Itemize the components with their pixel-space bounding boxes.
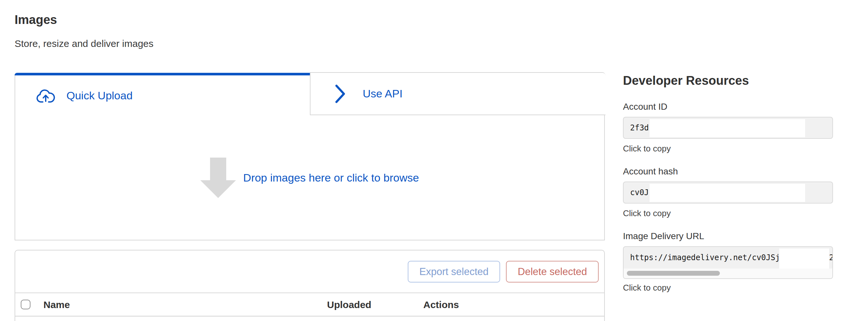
horizontal-scrollbar-thumb[interactable]	[627, 271, 720, 276]
select-all-checkbox[interactable]	[21, 300, 30, 309]
image-delivery-url-fragment: 2	[829, 247, 833, 269]
page-subtitle: Store, resize and deliver images	[14, 38, 154, 49]
account-hash-label: Account hash	[623, 166, 678, 177]
account-hash-field[interactable]: cv0J	[623, 182, 833, 204]
table-actions-row: Export selected Delete selected	[15, 250, 604, 293]
image-delivery-url-field[interactable]: https://imagedelivery.net/cv0JSj 2	[623, 246, 833, 279]
redaction-overlay	[650, 184, 805, 202]
image-delivery-url-value: https://imagedelivery.net/cv0JSj	[630, 247, 780, 269]
chevron-right-icon	[335, 84, 345, 103]
image-delivery-url-label: Image Delivery URL	[623, 231, 704, 241]
developer-resources-heading: Developer Resources	[623, 74, 749, 88]
dropzone-label: Drop images here or click to browse	[243, 172, 419, 184]
images-table-card: Export selected Delete selected Name Upl…	[14, 250, 605, 321]
tab-quick-upload[interactable]: Quick Upload	[14, 75, 310, 116]
developer-resources-panel: Developer Resources Account ID 2f3d Clic…	[623, 74, 833, 320]
image-delivery-url-row: https://imagedelivery.net/cv0JSj 2	[624, 247, 832, 269]
redaction-overlay	[779, 249, 829, 269]
horizontal-scrollbar-track	[624, 269, 832, 278]
redaction-overlay	[650, 119, 805, 137]
delete-selected-button[interactable]: Delete selected	[506, 261, 599, 283]
upload-card: Quick Upload Use API Drop images here or…	[14, 73, 605, 241]
tab-use-api-label: Use API	[363, 87, 403, 100]
account-id-value: 2f3d	[630, 117, 649, 138]
account-id-label: Account ID	[623, 102, 668, 112]
down-arrow-icon	[200, 157, 236, 198]
page-title: Images	[14, 13, 57, 27]
column-header-name: Name	[43, 293, 70, 317]
account-id-copy-hint: Click to copy	[623, 144, 671, 154]
tab-use-api[interactable]: Use API	[310, 72, 606, 115]
column-header-actions: Actions	[423, 293, 459, 317]
export-selected-button[interactable]: Export selected	[408, 261, 500, 283]
table-header-row: Name Uploaded Actions	[15, 293, 604, 317]
account-hash-value: cv0J	[630, 182, 649, 203]
account-id-field[interactable]: 2f3d	[623, 117, 833, 139]
image-delivery-url-copy-hint: Click to copy	[623, 283, 671, 293]
dropzone[interactable]: Drop images here or click to browse	[15, 116, 604, 240]
tab-quick-upload-label: Quick Upload	[66, 89, 132, 102]
active-tab-accent-bar	[14, 73, 310, 75]
account-hash-copy-hint: Click to copy	[623, 208, 671, 218]
cloud-upload-icon	[36, 88, 55, 103]
column-header-uploaded: Uploaded	[327, 293, 371, 317]
images-page: Images Store, resize and deliver images …	[0, 0, 868, 321]
